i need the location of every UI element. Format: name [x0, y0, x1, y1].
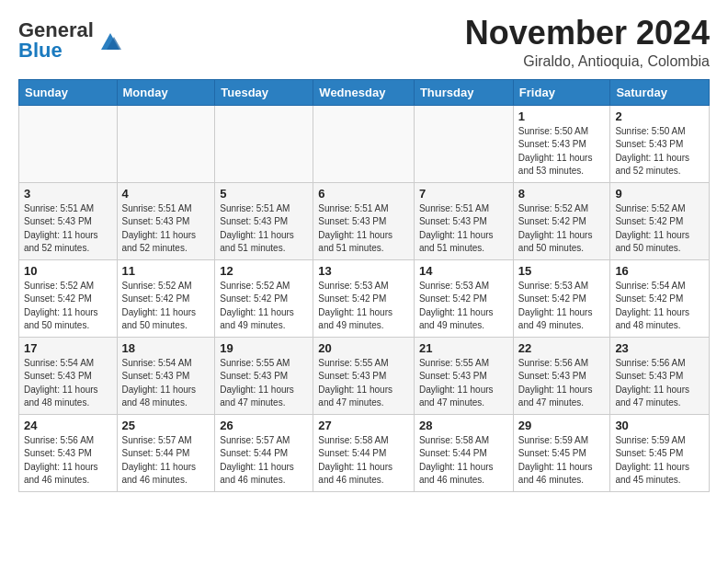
- weekday-header-wednesday: Wednesday: [313, 79, 415, 105]
- day-number: 30: [615, 419, 704, 432]
- calendar-cell: 24Sunrise: 5:56 AMSunset: 5:43 PMDayligh…: [19, 414, 118, 491]
- calendar-cell: 20Sunrise: 5:55 AMSunset: 5:43 PMDayligh…: [313, 337, 415, 414]
- header: GeneralBlue November 2024 Giraldo, Antio…: [18, 15, 710, 70]
- day-number: 24: [24, 419, 112, 432]
- calendar-cell: 3Sunrise: 5:51 AMSunset: 5:43 PMDaylight…: [19, 182, 118, 259]
- day-number: 11: [122, 264, 210, 278]
- day-info: Sunrise: 5:59 AMSunset: 5:45 PMDaylight:…: [518, 434, 606, 488]
- day-info: Sunrise: 5:52 AMSunset: 5:42 PMDaylight:…: [615, 202, 704, 256]
- calendar-cell: 19Sunrise: 5:55 AMSunset: 5:43 PMDayligh…: [215, 337, 313, 414]
- calendar-cell: 28Sunrise: 5:58 AMSunset: 5:44 PMDayligh…: [414, 414, 513, 491]
- calendar-week-5: 24Sunrise: 5:56 AMSunset: 5:43 PMDayligh…: [19, 414, 710, 491]
- day-number: 13: [318, 264, 409, 278]
- calendar-week-2: 3Sunrise: 5:51 AMSunset: 5:43 PMDaylight…: [19, 182, 710, 259]
- calendar-week-1: 1Sunrise: 5:50 AMSunset: 5:43 PMDaylight…: [19, 105, 710, 182]
- calendar-cell: [414, 105, 513, 182]
- calendar-cell: 27Sunrise: 5:58 AMSunset: 5:44 PMDayligh…: [313, 414, 415, 491]
- day-info: Sunrise: 5:50 AMSunset: 5:43 PMDaylight:…: [615, 125, 704, 178]
- calendar-cell: 23Sunrise: 5:56 AMSunset: 5:43 PMDayligh…: [610, 337, 710, 414]
- logo-general: General: [18, 20, 94, 40]
- day-number: 26: [220, 419, 308, 432]
- weekday-header-friday: Friday: [513, 79, 610, 105]
- calendar-week-4: 17Sunrise: 5:54 AMSunset: 5:43 PMDayligh…: [19, 337, 710, 414]
- day-number: 15: [518, 264, 606, 278]
- day-info: Sunrise: 5:53 AMSunset: 5:42 PMDaylight:…: [518, 280, 606, 333]
- day-number: 23: [615, 341, 704, 355]
- calendar-cell: 7Sunrise: 5:51 AMSunset: 5:43 PMDaylight…: [414, 182, 513, 259]
- calendar-cell: 4Sunrise: 5:51 AMSunset: 5:43 PMDaylight…: [117, 182, 215, 259]
- calendar-header: SundayMondayTuesdayWednesdayThursdayFrid…: [19, 79, 710, 105]
- weekday-header-sunday: Sunday: [19, 79, 118, 105]
- day-number: 7: [419, 187, 508, 201]
- calendar-cell: [19, 105, 118, 182]
- day-number: 17: [24, 341, 112, 355]
- day-info: Sunrise: 5:58 AMSunset: 5:44 PMDaylight:…: [419, 434, 508, 488]
- location: Giraldo, Antioquia, Colombia: [465, 53, 710, 70]
- day-info: Sunrise: 5:57 AMSunset: 5:44 PMDaylight:…: [122, 434, 210, 488]
- title-block: November 2024 Giraldo, Antioquia, Colomb…: [465, 15, 710, 70]
- logo-icon: [97, 28, 123, 53]
- day-number: 29: [518, 419, 606, 432]
- calendar-cell: [313, 105, 415, 182]
- day-info: Sunrise: 5:51 AMSunset: 5:43 PMDaylight:…: [24, 202, 112, 256]
- calendar-cell: 21Sunrise: 5:55 AMSunset: 5:43 PMDayligh…: [414, 337, 513, 414]
- month-title: November 2024: [465, 15, 710, 52]
- day-info: Sunrise: 5:51 AMSunset: 5:43 PMDaylight:…: [122, 202, 210, 256]
- calendar-cell: 12Sunrise: 5:52 AMSunset: 5:42 PMDayligh…: [215, 259, 313, 337]
- day-number: 3: [24, 187, 112, 201]
- day-number: 10: [24, 264, 112, 278]
- day-info: Sunrise: 5:58 AMSunset: 5:44 PMDaylight:…: [318, 434, 409, 488]
- weekday-header-thursday: Thursday: [414, 79, 513, 105]
- day-info: Sunrise: 5:52 AMSunset: 5:42 PMDaylight:…: [24, 280, 112, 333]
- day-info: Sunrise: 5:52 AMSunset: 5:42 PMDaylight:…: [518, 202, 606, 256]
- logo: GeneralBlue: [18, 20, 123, 61]
- calendar-cell: 8Sunrise: 5:52 AMSunset: 5:42 PMDaylight…: [513, 182, 610, 259]
- day-info: Sunrise: 5:56 AMSunset: 5:43 PMDaylight:…: [24, 434, 112, 488]
- calendar-cell: 17Sunrise: 5:54 AMSunset: 5:43 PMDayligh…: [19, 337, 118, 414]
- calendar-cell: 14Sunrise: 5:53 AMSunset: 5:42 PMDayligh…: [414, 259, 513, 337]
- page: GeneralBlue November 2024 Giraldo, Antio…: [0, 0, 728, 507]
- day-number: 28: [419, 419, 508, 432]
- day-info: Sunrise: 5:56 AMSunset: 5:43 PMDaylight:…: [518, 357, 606, 410]
- calendar-week-3: 10Sunrise: 5:52 AMSunset: 5:42 PMDayligh…: [19, 259, 710, 337]
- day-info: Sunrise: 5:50 AMSunset: 5:43 PMDaylight:…: [518, 125, 606, 178]
- weekday-header-tuesday: Tuesday: [215, 79, 313, 105]
- day-number: 16: [615, 264, 704, 278]
- day-info: Sunrise: 5:53 AMSunset: 5:42 PMDaylight:…: [318, 280, 409, 333]
- day-info: Sunrise: 5:59 AMSunset: 5:45 PMDaylight:…: [615, 434, 704, 488]
- calendar-cell: 26Sunrise: 5:57 AMSunset: 5:44 PMDayligh…: [215, 414, 313, 491]
- calendar-cell: 11Sunrise: 5:52 AMSunset: 5:42 PMDayligh…: [117, 259, 215, 337]
- day-info: Sunrise: 5:51 AMSunset: 5:43 PMDaylight:…: [419, 202, 508, 256]
- day-number: 5: [220, 187, 308, 201]
- day-number: 12: [220, 264, 308, 278]
- calendar-cell: 15Sunrise: 5:53 AMSunset: 5:42 PMDayligh…: [513, 259, 610, 337]
- day-info: Sunrise: 5:52 AMSunset: 5:42 PMDaylight:…: [122, 280, 210, 333]
- day-number: 20: [318, 341, 409, 355]
- calendar-cell: 22Sunrise: 5:56 AMSunset: 5:43 PMDayligh…: [513, 337, 610, 414]
- day-number: 2: [615, 109, 704, 123]
- calendar-cell: 13Sunrise: 5:53 AMSunset: 5:42 PMDayligh…: [313, 259, 415, 337]
- day-info: Sunrise: 5:56 AMSunset: 5:43 PMDaylight:…: [615, 357, 704, 410]
- calendar-cell: 6Sunrise: 5:51 AMSunset: 5:43 PMDaylight…: [313, 182, 415, 259]
- weekday-header-monday: Monday: [117, 79, 215, 105]
- weekday-row: SundayMondayTuesdayWednesdayThursdayFrid…: [19, 79, 710, 105]
- calendar-cell: 18Sunrise: 5:54 AMSunset: 5:43 PMDayligh…: [117, 337, 215, 414]
- day-number: 25: [122, 419, 210, 432]
- calendar-cell: 1Sunrise: 5:50 AMSunset: 5:43 PMDaylight…: [513, 105, 610, 182]
- calendar-cell: 9Sunrise: 5:52 AMSunset: 5:42 PMDaylight…: [610, 182, 710, 259]
- calendar-cell: 30Sunrise: 5:59 AMSunset: 5:45 PMDayligh…: [610, 414, 710, 491]
- day-info: Sunrise: 5:51 AMSunset: 5:43 PMDaylight:…: [220, 202, 308, 256]
- calendar-cell: [117, 105, 215, 182]
- day-number: 18: [122, 341, 210, 355]
- calendar-cell: 10Sunrise: 5:52 AMSunset: 5:42 PMDayligh…: [19, 259, 118, 337]
- logo-blue: Blue: [18, 40, 94, 61]
- calendar-cell: 2Sunrise: 5:50 AMSunset: 5:43 PMDaylight…: [610, 105, 710, 182]
- day-info: Sunrise: 5:52 AMSunset: 5:42 PMDaylight:…: [220, 280, 308, 333]
- day-number: 22: [518, 341, 606, 355]
- day-info: Sunrise: 5:54 AMSunset: 5:42 PMDaylight:…: [615, 280, 704, 333]
- calendar-cell: 29Sunrise: 5:59 AMSunset: 5:45 PMDayligh…: [513, 414, 610, 491]
- day-info: Sunrise: 5:51 AMSunset: 5:43 PMDaylight:…: [318, 202, 409, 256]
- calendar: SundayMondayTuesdayWednesdayThursdayFrid…: [18, 79, 710, 492]
- calendar-cell: [215, 105, 313, 182]
- day-info: Sunrise: 5:53 AMSunset: 5:42 PMDaylight:…: [419, 280, 508, 333]
